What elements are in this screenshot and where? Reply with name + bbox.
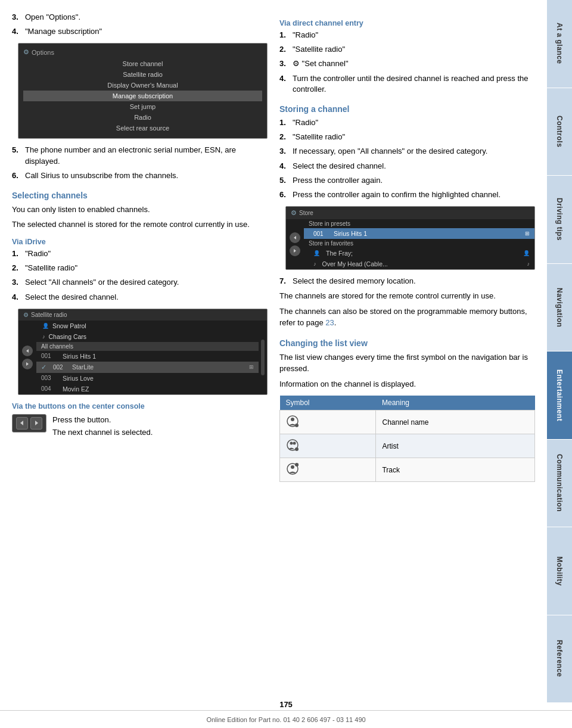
sidebar-tab-communication[interactable]: Communication <box>547 440 572 528</box>
svg-marker-2 <box>20 421 23 425</box>
menu-satellite-radio: Satellite radio <box>23 69 262 80</box>
channel-row-002: ✓ 002 StarLite ⊞ <box>36 362 259 373</box>
sidebar-tab-entertainment[interactable]: Entertainment <box>547 351 572 440</box>
storing-step-5: 5. Press the controller again. <box>279 175 535 186</box>
artist-icon <box>286 438 299 452</box>
storing-step-2: 2. "Satellite radio" <box>279 132 535 142</box>
direct-step-1: 1. "Radio" <box>279 30 535 41</box>
table-row-artist: Artist <box>280 434 535 458</box>
direct-step-4: 4. Turn the controller until the desired… <box>279 73 535 95</box>
step-6: 6. Call Sirius to unsubscribe from the c… <box>12 170 268 181</box>
via-idrive-step-1: 1. "Radio" <box>12 248 268 259</box>
selecting-channels-p1: You can only listen to enabled channels. <box>12 204 268 216</box>
changing-view-p2: Information on the channel is displayed. <box>279 378 535 390</box>
direct-step-3: 3. ⚙ "Set channel" <box>279 58 535 69</box>
changing-view-heading: Changing the list view <box>279 338 535 348</box>
channel-name-icon <box>286 415 299 428</box>
sidebar-tab-mobility[interactable]: Mobility <box>547 527 572 615</box>
table-cell-channel: Channel name <box>376 410 535 434</box>
sidebar-tab-driving-tips[interactable]: Driving tips <box>547 176 572 264</box>
menu-select-rear: Select rear source <box>23 123 262 133</box>
left-column: 3. Open "Options". 4. "Manage subscripti… <box>12 12 268 482</box>
menu-set-jump: Set jump <box>23 101 262 112</box>
menu-manage-subscription: Manage subscription <box>23 91 262 101</box>
table-cell-artist: Artist <box>376 434 535 458</box>
direct-step-2: 2. "Satellite radio" <box>279 44 535 55</box>
via-direct-heading: Via direct channel entry <box>279 19 535 27</box>
via-idrive-step-3: 3. Select "All channels" or the desired … <box>12 277 268 288</box>
sidebar-tab-reference[interactable]: Reference <box>547 615 572 704</box>
table-cell-track: Track <box>376 458 535 482</box>
footer: Online Edition for Part no. 01 40 2 606 … <box>0 710 572 728</box>
storing-step-1: 1. "Radio" <box>279 117 535 128</box>
svg-point-11 <box>290 442 293 445</box>
svg-marker-0 <box>26 349 29 353</box>
storing-step-6: 6. Press the controller again to confirm… <box>279 189 535 200</box>
channel-row-001: 001 Sirius Hits 1 <box>36 351 259 362</box>
footer-text: Online Edition for Part no. 01 40 2 606 … <box>206 716 365 723</box>
svg-marker-4 <box>294 236 296 239</box>
via-idrive-heading: Via iDrive <box>12 238 268 246</box>
via-idrive-step-4: 4. Select the desired channel. <box>12 292 268 303</box>
via-buttons-content: Press the button. The next channel is se… <box>12 414 268 442</box>
menu-display-owners: Display Owner's Manual <box>23 80 262 91</box>
console-button-image <box>12 414 46 433</box>
svg-marker-1 <box>26 362 29 366</box>
store-screen: ⚙ Store Store in presets <box>285 206 535 270</box>
menu-store-channel: Store channel <box>23 58 262 69</box>
channel-row-004: 004 Movin EZ <box>36 384 259 394</box>
step-4: 4. "Manage subscription" <box>12 26 268 37</box>
sidebar-tab-navigation[interactable]: Navigation <box>547 264 572 352</box>
satellite-screen: ⚙ Satellite radio 👤 <box>18 309 268 395</box>
via-buttons-p1: Press the button. <box>52 414 153 426</box>
storing-heading: Storing a channel <box>279 104 535 114</box>
step-3: 3. Open "Options". <box>12 12 268 23</box>
step-5: 5. The phone number and an electronic se… <box>12 145 268 166</box>
step-7: 7. Select the desired memory location. <box>279 276 535 287</box>
stored-p1: The channels are stored for the remote c… <box>279 290 535 302</box>
svg-marker-5 <box>294 249 296 253</box>
via-idrive-step-2: 2. "Satellite radio" <box>12 263 268 273</box>
track-icon <box>286 462 299 475</box>
svg-marker-3 <box>35 421 38 425</box>
table-row-channel: Channel name <box>280 410 535 434</box>
table-col-symbol: Symbol <box>280 396 376 410</box>
page-number: 175 <box>279 700 293 709</box>
menu-radio: Radio <box>23 112 262 123</box>
channel-row-003: 003 Sirius Love <box>36 373 259 384</box>
svg-point-16 <box>291 465 294 469</box>
options-screen: ⚙ Options Store channel Satellite radio … <box>18 43 268 139</box>
main-content: 3. Open "Options". 4. "Manage subscripti… <box>0 0 547 506</box>
table-col-meaning: Meaning <box>376 396 535 410</box>
stored-p2: The channels can also be stored on the p… <box>279 306 535 329</box>
sidebar-tab-at-a-glance[interactable]: At a glance <box>547 0 572 88</box>
symbol-table: Symbol Meaning <box>279 396 535 482</box>
store-row-001: 001 Sirius Hits 1 ⊞ <box>304 228 534 239</box>
storing-step-3: 3. If necessary, open "All channels" or … <box>279 146 535 157</box>
selecting-channels-heading: Selecting channels <box>12 191 268 200</box>
sidebar-tab-controls[interactable]: Controls <box>547 88 572 176</box>
storing-step-4: 4. Select the desired channel. <box>279 161 535 172</box>
sidebar: At a glance Controls Driving tips Naviga… <box>547 0 572 703</box>
svg-point-12 <box>293 442 296 445</box>
changing-view-p1: The list view changes every time the fir… <box>279 351 535 375</box>
via-buttons-p2: The next channel is selected. <box>52 427 153 438</box>
selecting-channels-p2: The selected channel is stored for the r… <box>12 219 268 231</box>
store-row-cable: ♪ Over My Head (Cable... ♪ <box>304 259 534 269</box>
svg-point-7 <box>291 418 294 421</box>
store-row-fray: 👤 The Fray; 👤 <box>304 248 534 259</box>
via-buttons-heading: Via the buttons on the center console <box>12 402 268 410</box>
right-column: Via direct channel entry 1. "Radio" 2. "… <box>279 12 535 482</box>
table-row-track: Track <box>280 458 535 482</box>
